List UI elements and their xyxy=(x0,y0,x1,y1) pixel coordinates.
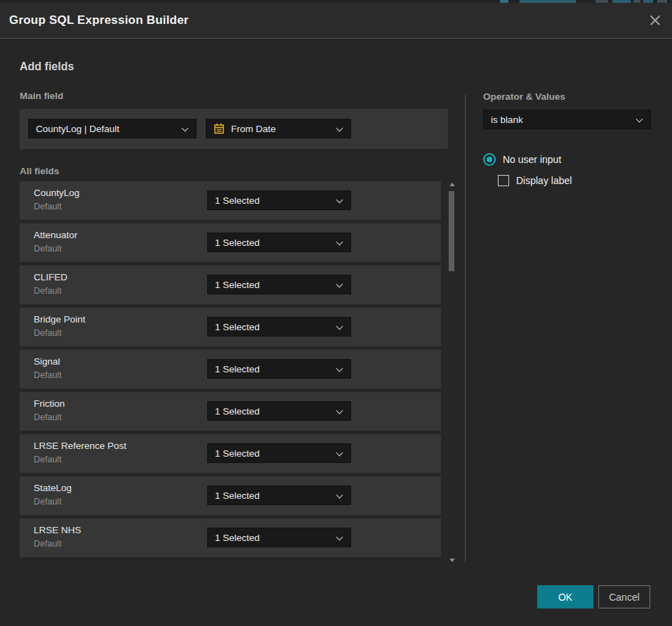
chevron-down-icon xyxy=(336,492,343,499)
field-row: CLIFED Default 1 Selected xyxy=(20,266,441,304)
main-field-layer-dropdown[interactable]: CountyLog | Default xyxy=(28,119,197,138)
panel-divider xyxy=(465,95,466,562)
field-selection-dropdown[interactable]: 1 Selected xyxy=(207,528,351,547)
field-name: LRSE NHS xyxy=(34,525,81,535)
checkbox-unchecked-icon[interactable] xyxy=(498,175,509,186)
field-selection-value: 1 Selected xyxy=(215,237,260,248)
chevron-down-icon xyxy=(636,116,643,123)
field-row: CountyLog Default 1 Selected xyxy=(20,181,441,220)
chevron-down-icon xyxy=(336,197,343,204)
ok-button[interactable]: OK xyxy=(537,585,593,608)
field-selection-dropdown[interactable]: 1 Selected xyxy=(207,359,351,379)
list-scrollbar[interactable] xyxy=(447,181,457,563)
field-selection-dropdown[interactable]: 1 Selected xyxy=(207,401,351,421)
field-selection-value: 1 Selected xyxy=(215,406,260,417)
field-subtitle: Default xyxy=(34,286,62,296)
field-selection-dropdown[interactable]: 1 Selected xyxy=(207,275,351,294)
operator-values-label: Operator & Values xyxy=(483,91,565,102)
field-subtitle: Default xyxy=(34,412,62,422)
field-name: LRSE Reference Post xyxy=(34,441,126,451)
field-name: Signal xyxy=(34,356,60,367)
chevron-down-icon xyxy=(336,239,343,246)
chevron-down-icon xyxy=(336,534,343,541)
cancel-button[interactable]: Cancel xyxy=(598,585,650,608)
main-field-field-value: From Date xyxy=(231,124,276,134)
main-field-field-dropdown[interactable]: From Date xyxy=(206,119,351,138)
main-field-label: Main field xyxy=(20,91,63,101)
chevron-down-icon xyxy=(336,450,343,457)
field-subtitle: Default xyxy=(34,455,62,464)
scroll-up-icon[interactable] xyxy=(449,183,455,186)
all-fields-label: All fields xyxy=(20,166,59,176)
field-subtitle: Default xyxy=(34,244,62,254)
field-row: LRSE NHS Default 1 Selected xyxy=(20,519,441,557)
field-subtitle: Default xyxy=(34,328,62,338)
field-row: Friction Default 1 Selected xyxy=(20,392,441,431)
main-field-layer-value: CountyLog | Default xyxy=(36,124,119,134)
field-name: Friction xyxy=(34,398,65,409)
no-user-input-label: No user input xyxy=(503,154,561,165)
field-name: StateLog xyxy=(34,483,72,493)
field-subtitle: Default xyxy=(34,539,62,549)
field-row: StateLog Default 1 Selected xyxy=(20,476,441,515)
field-selection-dropdown[interactable]: 1 Selected xyxy=(207,190,351,210)
main-field-panel: CountyLog | Default From Date xyxy=(20,109,448,149)
chevron-down-icon xyxy=(182,125,189,132)
operator-value: is blank xyxy=(491,115,523,125)
field-subtitle: Default xyxy=(34,370,62,380)
field-selection-dropdown[interactable]: 1 Selected xyxy=(207,233,351,252)
field-row: LRSE Reference Post Default 1 Selected xyxy=(20,434,441,473)
display-label-label: Display label xyxy=(516,175,572,186)
field-selection-value: 1 Selected xyxy=(215,280,260,290)
display-label-option[interactable]: Display label xyxy=(498,175,572,186)
radio-selected-icon[interactable] xyxy=(483,153,496,166)
dialog-title: Group SQL Expression Builder xyxy=(9,13,189,27)
scroll-down-icon[interactable] xyxy=(449,559,455,562)
field-subtitle: Default xyxy=(34,202,62,211)
close-icon[interactable] xyxy=(647,13,663,28)
field-selection-value: 1 Selected xyxy=(215,322,260,332)
radio-dot xyxy=(487,157,492,162)
field-selection-dropdown[interactable]: 1 Selected xyxy=(207,485,351,505)
field-name: CLIFED xyxy=(34,272,67,282)
add-fields-heading: Add fields xyxy=(20,60,74,73)
field-row: Bridge Point Default 1 Selected xyxy=(20,308,441,346)
field-selection-dropdown[interactable]: 1 Selected xyxy=(207,443,351,463)
field-selection-value: 1 Selected xyxy=(215,364,260,374)
field-name: Bridge Point xyxy=(34,314,86,325)
field-name: Attenuator xyxy=(34,230,77,240)
scrollbar-thumb[interactable] xyxy=(449,191,454,271)
field-subtitle: Default xyxy=(34,497,62,507)
dialog-titlebar: Group SQL Expression Builder xyxy=(0,3,672,39)
field-row: Signal Default 1 Selected xyxy=(20,350,441,389)
field-selection-value: 1 Selected xyxy=(215,533,260,543)
operator-dropdown[interactable]: is blank xyxy=(483,110,651,129)
all-fields-list: CountyLog Default 1 Selected Attenuator … xyxy=(20,181,441,561)
field-selection-value: 1 Selected xyxy=(215,195,260,206)
chevron-down-icon xyxy=(336,365,343,372)
field-selection-dropdown[interactable]: 1 Selected xyxy=(207,317,351,337)
chevron-down-icon xyxy=(336,125,343,132)
field-selection-value: 1 Selected xyxy=(215,448,260,459)
field-selection-value: 1 Selected xyxy=(215,490,260,501)
field-row: Attenuator Default 1 Selected xyxy=(20,223,441,262)
no-user-input-option[interactable]: No user input xyxy=(483,153,561,166)
chevron-down-icon xyxy=(336,281,343,288)
field-name: CountyLog xyxy=(34,188,79,198)
calendar-icon xyxy=(213,123,225,134)
chevron-down-icon xyxy=(336,323,343,330)
group-sql-expression-builder-dialog: Group SQL Expression Builder Add fields … xyxy=(0,0,672,626)
chevron-down-icon xyxy=(336,407,343,415)
